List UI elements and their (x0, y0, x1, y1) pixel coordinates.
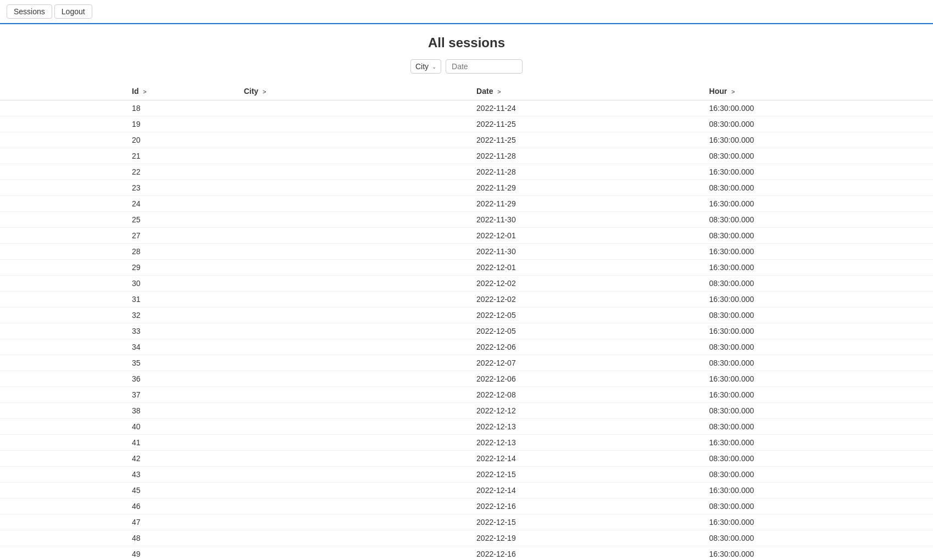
cell-hour: 08:30:00.000 (701, 116, 933, 132)
cell-id: 45 (0, 483, 235, 499)
cell-city (235, 371, 468, 387)
cell-hour: 16:30:00.000 (701, 164, 933, 180)
cell-date: 2022-12-15 (468, 514, 700, 530)
table-row[interactable]: 412022-12-1316:30:00.000 (0, 435, 933, 451)
cell-id: 29 (0, 260, 235, 276)
cell-hour: 16:30:00.000 (701, 244, 933, 260)
table-row[interactable]: 252022-11-3008:30:00.000 (0, 212, 933, 228)
table-row[interactable]: 212022-11-2808:30:00.000 (0, 148, 933, 164)
cell-hour: 08:30:00.000 (701, 403, 933, 419)
table-row[interactable]: 352022-12-0708:30:00.000 (0, 355, 933, 371)
cell-city (235, 530, 468, 546)
column-header-hour[interactable]: Hour > (701, 82, 933, 100)
cell-city (235, 339, 468, 355)
cell-city (235, 196, 468, 212)
date-filter-input[interactable] (446, 59, 523, 74)
cell-date: 2022-11-30 (468, 244, 700, 260)
cell-city (235, 403, 468, 419)
cell-id: 49 (0, 546, 235, 561)
cell-id: 34 (0, 339, 235, 355)
table-row[interactable]: 432022-12-1508:30:00.000 (0, 467, 933, 483)
cell-id: 46 (0, 499, 235, 514)
cell-city (235, 228, 468, 244)
cell-hour: 16:30:00.000 (701, 292, 933, 307)
table-row[interactable]: 482022-12-1908:30:00.000 (0, 530, 933, 546)
table-row[interactable]: 292022-12-0116:30:00.000 (0, 260, 933, 276)
cell-date: 2022-12-05 (468, 323, 700, 339)
table-row[interactable]: 222022-11-2816:30:00.000 (0, 164, 933, 180)
cell-city (235, 483, 468, 499)
cell-date: 2022-11-25 (468, 132, 700, 148)
table-row[interactable]: 402022-12-1308:30:00.000 (0, 419, 933, 435)
cell-id: 24 (0, 196, 235, 212)
cell-city (235, 100, 468, 116)
cell-hour: 08:30:00.000 (701, 339, 933, 355)
cell-date: 2022-12-15 (468, 467, 700, 483)
table-row[interactable]: 452022-12-1416:30:00.000 (0, 483, 933, 499)
table-row[interactable]: 492022-12-1616:30:00.000 (0, 546, 933, 561)
cell-date: 2022-11-24 (468, 100, 700, 116)
cell-id: 33 (0, 323, 235, 339)
table-row[interactable]: 192022-11-2508:30:00.000 (0, 116, 933, 132)
column-header-id[interactable]: Id > (0, 82, 235, 100)
cell-date: 2022-12-06 (468, 371, 700, 387)
table-row[interactable]: 372022-12-0816:30:00.000 (0, 387, 933, 403)
cell-hour: 16:30:00.000 (701, 387, 933, 403)
cell-city (235, 244, 468, 260)
cell-date: 2022-12-14 (468, 483, 700, 499)
table-row[interactable]: 242022-11-2916:30:00.000 (0, 196, 933, 212)
table-row[interactable]: 302022-12-0208:30:00.000 (0, 276, 933, 292)
table-row[interactable]: 472022-12-1516:30:00.000 (0, 514, 933, 530)
cell-id: 28 (0, 244, 235, 260)
table-row[interactable]: 182022-11-2416:30:00.000 (0, 100, 933, 116)
column-header-date[interactable]: Date > (468, 82, 700, 100)
cell-date: 2022-12-16 (468, 546, 700, 561)
hour-sort-icon: > (731, 88, 735, 95)
top-nav: Sessions Logout (0, 0, 933, 24)
cell-date: 2022-12-14 (468, 451, 700, 467)
table-row[interactable]: 462022-12-1608:30:00.000 (0, 499, 933, 514)
cell-id: 36 (0, 371, 235, 387)
cell-date: 2022-12-08 (468, 387, 700, 403)
sessions-table: Id > City > Date > Hour > 182022-11-2416… (0, 82, 933, 560)
cell-hour: 08:30:00.000 (701, 419, 933, 435)
city-filter-dropdown[interactable]: City ⌄ (410, 59, 441, 74)
table-row[interactable]: 332022-12-0516:30:00.000 (0, 323, 933, 339)
cell-id: 42 (0, 451, 235, 467)
cell-city (235, 292, 468, 307)
cell-id: 43 (0, 467, 235, 483)
cell-hour: 16:30:00.000 (701, 323, 933, 339)
cell-id: 37 (0, 387, 235, 403)
cell-city (235, 467, 468, 483)
table-row[interactable]: 282022-11-3016:30:00.000 (0, 244, 933, 260)
table-row[interactable]: 422022-12-1408:30:00.000 (0, 451, 933, 467)
cell-hour: 16:30:00.000 (701, 371, 933, 387)
cell-hour: 08:30:00.000 (701, 180, 933, 196)
table-row[interactable]: 322022-12-0508:30:00.000 (0, 307, 933, 323)
sessions-button[interactable]: Sessions (7, 4, 52, 19)
cell-hour: 08:30:00.000 (701, 499, 933, 514)
table-row[interactable]: 342022-12-0608:30:00.000 (0, 339, 933, 355)
cell-date: 2022-11-28 (468, 148, 700, 164)
page-title: All sessions (0, 35, 933, 51)
cell-hour: 16:30:00.000 (701, 483, 933, 499)
cell-date: 2022-12-01 (468, 260, 700, 276)
logout-button[interactable]: Logout (54, 4, 92, 19)
cell-city (235, 435, 468, 451)
date-sort-icon: > (497, 88, 501, 95)
table-row[interactable]: 362022-12-0616:30:00.000 (0, 371, 933, 387)
column-header-city[interactable]: City > (235, 82, 468, 100)
cell-city (235, 419, 468, 435)
cell-id: 35 (0, 355, 235, 371)
cell-hour: 08:30:00.000 (701, 307, 933, 323)
table-row[interactable]: 312022-12-0216:30:00.000 (0, 292, 933, 307)
cell-id: 30 (0, 276, 235, 292)
table-row[interactable]: 202022-11-2516:30:00.000 (0, 132, 933, 148)
cell-city (235, 514, 468, 530)
table-row[interactable]: 272022-12-0108:30:00.000 (0, 228, 933, 244)
cell-hour: 16:30:00.000 (701, 132, 933, 148)
table-row[interactable]: 382022-12-1208:30:00.000 (0, 403, 933, 419)
id-sort-icon: > (143, 88, 146, 95)
table-row[interactable]: 232022-11-2908:30:00.000 (0, 180, 933, 196)
cell-city (235, 307, 468, 323)
